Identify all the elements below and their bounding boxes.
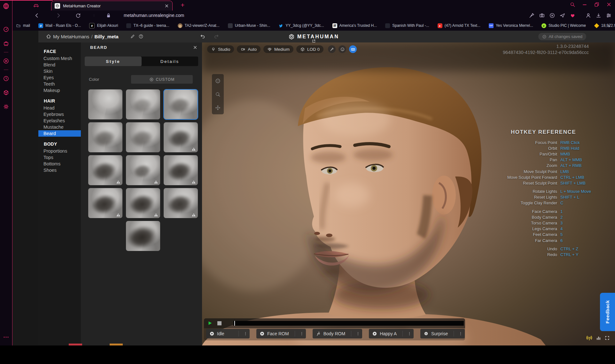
beard-style-thumbnail[interactable] (88, 188, 122, 218)
bookmark-item[interactable]: mail (16, 23, 30, 28)
lock-icon[interactable] (105, 12, 112, 19)
gx-controller-icon[interactable] (33, 2, 40, 9)
person-icon[interactable] (585, 12, 591, 19)
viewport-pill-auto[interactable]: Auto (237, 45, 261, 53)
bookmark-item[interactable]: TA2-viewer/Z-Anat... (178, 23, 220, 28)
breadcrumb[interactable]: My MetaHumans/Billy_meta (53, 31, 119, 42)
custom-color-button[interactable]: CUSTOM (131, 75, 193, 84)
clock-icon[interactable] (3, 75, 9, 82)
stats-bars-icon[interactable] (596, 335, 601, 341)
download-icon[interactable] (596, 12, 602, 19)
sidebar-more-icon[interactable] (3, 334, 9, 340)
nav-item-custom-mesh[interactable]: Custom Mesh (38, 55, 81, 62)
bookmarks-overflow-button[interactable]: » (608, 23, 611, 28)
clip-face-rom[interactable]: Face ROM (256, 329, 306, 338)
bookmark-item[interactable]: YY_3dcg (@YY_3dc... (278, 23, 324, 28)
back-icon[interactable] (34, 12, 40, 19)
sliders-icon[interactable] (606, 12, 612, 19)
nav-item-blend[interactable]: Blend (38, 62, 81, 68)
nav-item-eyebrows[interactable]: Eyebrows (38, 111, 81, 118)
clip-idle[interactable]: Idle (206, 329, 250, 338)
clip-menu-icon[interactable] (354, 329, 362, 338)
blend-tool-button[interactable] (339, 45, 346, 53)
viewport-pill-medium[interactable]: Medium (263, 45, 293, 53)
beard-style-thumbnail[interactable] (164, 122, 198, 152)
bookmark-item[interactable]: 18,972.92 | BTCUS... (594, 23, 615, 28)
timeline-scrubber[interactable] (233, 321, 464, 326)
restore-icon[interactable] (594, 2, 600, 7)
tab-style[interactable]: Style (85, 57, 142, 66)
reload-icon[interactable] (75, 12, 81, 19)
beard-style-thumbnail[interactable] (88, 122, 122, 152)
clip-menu-icon[interactable] (456, 329, 465, 338)
close-icon[interactable] (193, 45, 198, 50)
beard-style-thumbnail[interactable] (164, 155, 198, 185)
brush-tool-icon[interactable] (215, 91, 221, 97)
shieldx-icon[interactable] (549, 12, 555, 19)
beard-style-thumbnail[interactable] (88, 89, 122, 119)
play-button[interactable] (207, 320, 213, 326)
beard-style-thumbnail[interactable] (164, 188, 198, 218)
beard-style-thumbnail[interactable] (164, 89, 198, 119)
viewport-pill-lod-0[interactable]: LOD 0 (296, 45, 323, 53)
beard-style-thumbnail[interactable] (126, 89, 160, 119)
clip-surprise[interactable]: Surprise (420, 329, 465, 338)
facebtn-tool-icon[interactable] (215, 78, 221, 84)
tab-details[interactable]: Details (142, 57, 199, 66)
clip-menu-icon[interactable] (298, 329, 306, 338)
sculpt-tool-button[interactable] (328, 45, 336, 53)
beard-style-thumbnail[interactable] (126, 155, 160, 185)
bookmark-item[interactable]: Urban-Muse - Shin... (228, 23, 270, 28)
feedback-button[interactable]: Feedback (600, 293, 615, 331)
browser-tab[interactable]: MetaHuman Creator (51, 1, 173, 11)
viewport-pill-studio[interactable]: Studio (207, 45, 234, 53)
url-field[interactable]: metahuman.unrealengine.com (124, 11, 184, 20)
nav-item-eyes[interactable]: Eyes (38, 74, 81, 81)
bookmark-item[interactable]: Elijah Akouri (89, 23, 118, 28)
nav-item-shoes[interactable]: Shoes (38, 167, 81, 173)
tab-close-icon[interactable] (164, 4, 169, 8)
nav-item-makeup[interactable]: Makeup (38, 87, 81, 94)
nav-item-teeth[interactable]: Teeth (38, 81, 81, 87)
minimize-icon[interactable] (582, 2, 588, 7)
bookmark-item[interactable]: Mail - Ruan Els - O... (38, 23, 81, 28)
bookmark-item[interactable]: America's Trusted H... (332, 23, 377, 28)
case-icon[interactable] (3, 40, 9, 47)
bookmark-item[interactable]: Studio PIC | Welcome (541, 23, 586, 28)
beard-style-thumbnail[interactable] (126, 188, 160, 218)
fullscreen-icon[interactable] (604, 335, 610, 341)
new-tab-button[interactable]: + (181, 1, 184, 10)
bookmark-item[interactable]: Spanish With Paul -... (385, 23, 429, 28)
beard-style-thumbnail[interactable] (126, 122, 160, 152)
cube-icon[interactable] (3, 89, 9, 96)
opera-logo-icon[interactable] (3, 3, 10, 10)
stop-button[interactable] (217, 321, 222, 325)
clip-body-rom[interactable]: Body ROM (313, 329, 362, 338)
undo-button[interactable] (200, 34, 206, 39)
heart-icon[interactable] (570, 12, 576, 19)
nav-item-mustache[interactable]: Mustache (38, 124, 81, 130)
rename-pencil-icon[interactable] (130, 34, 135, 39)
beard-style-thumbnail[interactable] (88, 155, 122, 185)
popout-icon[interactable] (312, 39, 316, 43)
closewin-icon[interactable] (606, 2, 612, 7)
clip-menu-icon[interactable] (405, 329, 414, 338)
nav-item-tops[interactable]: Tops (38, 154, 81, 161)
home-icon[interactable] (46, 34, 51, 39)
nav-item-eyelashes[interactable]: Eyelashes (38, 118, 81, 124)
bookmark-item[interactable]: (47) Arnold TX Text... (438, 23, 480, 28)
send-icon[interactable] (559, 12, 565, 19)
gear-icon[interactable] (3, 103, 9, 110)
clip-menu-icon[interactable] (241, 329, 250, 338)
viewport-3d[interactable]: StudioAutoMediumLOD 0 1.3.0-23248744 964… (202, 42, 615, 345)
breadcrumb-root[interactable]: My MetaHumans (53, 34, 89, 39)
clip-happy-a[interactable]: Happy A (369, 329, 414, 338)
bookmark-item[interactable]: Yes Veronica Merrel... (489, 23, 533, 28)
camera-icon[interactable] (539, 12, 545, 19)
nav-item-bottoms[interactable]: Bottoms (38, 161, 81, 167)
gauge-icon[interactable] (3, 26, 9, 33)
hotkeys-toggle-button[interactable] (349, 45, 357, 53)
pin-icon[interactable] (529, 12, 535, 19)
nav-item-head[interactable]: Head (38, 105, 81, 111)
forward-icon[interactable] (55, 12, 61, 19)
